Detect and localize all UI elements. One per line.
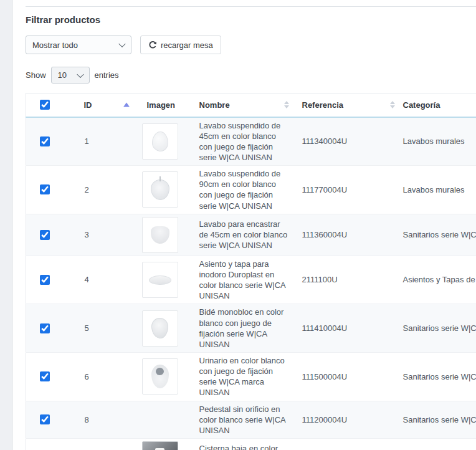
refresh-icon: [148, 41, 157, 49]
reload-table-button[interactable]: recargar mesa: [140, 36, 221, 54]
show-label: Show: [26, 70, 46, 80]
row-checkbox[interactable]: [40, 323, 50, 333]
product-image: [142, 171, 178, 208]
product-image: [142, 123, 178, 160]
row-checkbox[interactable]: [40, 230, 50, 240]
cell-category: Sanitarios serie W|CA: [400, 353, 476, 401]
cell-id: 9: [70, 439, 132, 450]
cell-name: Urinario en color blanco con juego de fi…: [199, 355, 288, 398]
row-checkbox[interactable]: [40, 275, 50, 285]
cell-id: 8: [70, 401, 132, 438]
table-header-row: ID Imagen Nombre Referencia: [26, 93, 476, 117]
cell-category: Lavabos murales: [400, 117, 476, 166]
cell-category: Sanitarios serie W|CA: [400, 401, 476, 438]
main-panel: Filtrar productos Mostrar todo recargar …: [12, 0, 476, 450]
table-row: 2 Lavabo suspendido de 90cm en color bla…: [26, 166, 476, 214]
table-row: 9 Cisterna baja en color blanco con tapa…: [26, 439, 476, 450]
product-image: [142, 217, 178, 253]
table-row: 8 Pedestal sin orificio en color blanco …: [26, 401, 476, 438]
column-header-name[interactable]: Nombre: [193, 93, 294, 117]
cell-category: Sanitarios serie W|CA: [400, 304, 476, 353]
cell-category: Lavabos murales: [400, 166, 476, 214]
column-header-category[interactable]: Categoría: [400, 93, 476, 117]
cell-reference: 111200004U: [294, 401, 400, 438]
product-image: [142, 358, 178, 395]
entries-label: entries: [95, 70, 119, 80]
cell-reference: 111770004U: [294, 166, 400, 214]
row-checkbox[interactable]: [40, 371, 50, 381]
sort-asc-icon: [123, 103, 130, 107]
cell-reference: 111111004U: [294, 439, 400, 450]
cell-reference: 111410004U: [294, 304, 400, 353]
entries-select-wrap: 10: [51, 67, 90, 84]
cell-name: Asiento y tapa para inodoro Duroplast en…: [199, 259, 288, 302]
cell-id: 2: [70, 166, 132, 214]
table-length-control: Show 10 entries: [26, 67, 476, 84]
product-image: [142, 262, 178, 298]
sort-both-icon: [284, 101, 289, 108]
table-row: 4 Asiento y tapa para inodoro Duroplast …: [26, 256, 476, 304]
row-checkbox[interactable]: [40, 184, 50, 194]
table-row: 6 Urinario en color blanco con juego de …: [26, 353, 476, 401]
cell-reference: 111340004U: [294, 117, 400, 166]
table-row: 3 Lavabo para encastrar de 45cm en color…: [26, 214, 476, 256]
cell-name: Lavabo suspendido de 90cm en color blanc…: [199, 168, 288, 211]
cell-reference: 111500004U: [294, 353, 400, 401]
cell-id: 6: [70, 353, 132, 401]
entries-select[interactable]: 10: [51, 67, 90, 84]
cell-name: Bidé monobloc en color blanco con juego …: [199, 307, 288, 350]
column-header-reference[interactable]: Referencia: [294, 93, 400, 117]
product-image: [142, 310, 178, 347]
top-divider: [26, 6, 476, 7]
row-checkbox[interactable]: [40, 136, 50, 146]
products-table: ID Imagen Nombre Referencia: [26, 93, 476, 450]
product-image: [142, 441, 178, 450]
cell-id: 5: [70, 304, 132, 353]
select-all-header: [26, 93, 70, 117]
cell-category: Asientos y Tapas de inodoro: [400, 256, 476, 304]
cell-name: Pedestal sin orificio en color blanco se…: [199, 404, 288, 436]
cell-id: 4: [70, 256, 132, 304]
cell-id: 3: [70, 214, 132, 256]
reload-button-label: recargar mesa: [161, 41, 213, 50]
sort-both-icon: [390, 101, 395, 108]
cell-name: Cisterna baja en color blanco con tapa y…: [199, 443, 288, 450]
cell-category: Cisternas para Baño y Accesorios: [400, 439, 476, 450]
filter-controls: Mostrar todo recargar mesa: [26, 36, 476, 54]
cell-reference: 111360004U: [294, 214, 400, 256]
filter-select[interactable]: Mostrar todo: [26, 36, 131, 54]
column-header-id[interactable]: ID: [70, 93, 132, 117]
cell-name: Lavabo para encastrar de 45cm en color b…: [199, 219, 288, 251]
products-table-wrap: ID Imagen Nombre Referencia: [26, 93, 476, 450]
row-checkbox[interactable]: [40, 414, 50, 424]
table-row: 5 Bidé monobloc en color blanco con jueg…: [26, 304, 476, 353]
cell-name: Lavabo suspendido de 45cm en color blanc…: [199, 120, 288, 163]
table-row: 1 Lavabo suspendido de 45cm en color bla…: [26, 117, 476, 166]
filter-section-title: Filtrar productos: [26, 14, 476, 25]
select-all-checkbox[interactable]: [40, 100, 50, 110]
cell-id: 1: [70, 117, 132, 166]
filter-select-wrap: Mostrar todo: [26, 36, 131, 54]
cell-category: Sanitarios serie W|CA: [400, 214, 476, 256]
cell-reference: 2111100U: [294, 256, 400, 304]
column-header-image: Imagen: [132, 93, 193, 117]
